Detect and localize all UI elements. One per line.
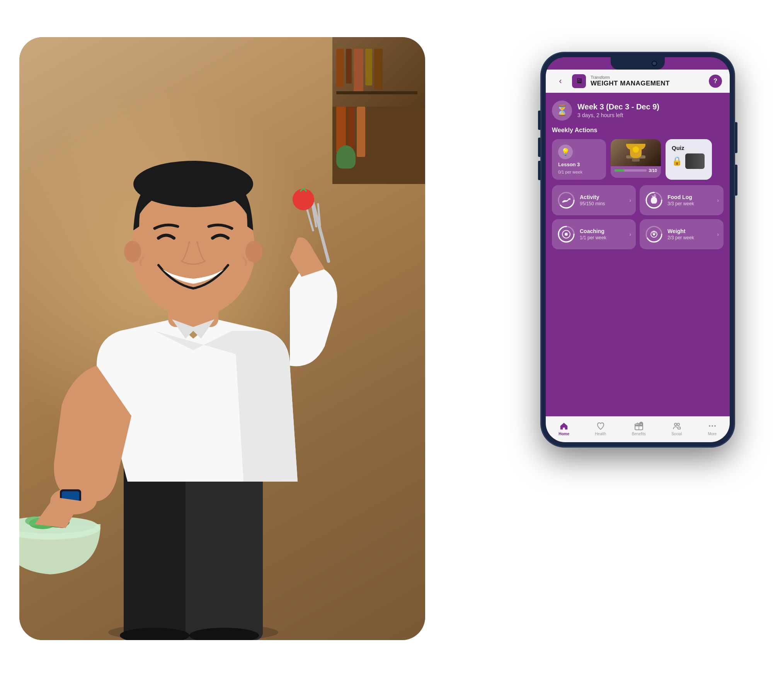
more-icon (708, 421, 717, 431)
phone-notch (611, 57, 665, 70)
svg-point-40 (653, 233, 655, 235)
nav-item-home[interactable]: Home (554, 420, 574, 438)
food-log-tile[interactable]: Food Log 3/3 per week › (640, 185, 724, 215)
svg-point-25 (133, 161, 253, 207)
lesson-count: 0/1 per week (558, 170, 582, 174)
svg-line-16 (313, 203, 329, 261)
activity-info: Activity 95/150 mins (580, 194, 605, 206)
week-subtitle: 3 days, 2 hours left (577, 112, 659, 118)
help-button[interactable]: ? (709, 75, 722, 88)
phone-frame: ‹ 🖥 Transform WEIGHT MANAGEMENT ? (541, 53, 734, 447)
scene: ‹ 🖥 Transform WEIGHT MANAGEMENT ? (19, 22, 754, 679)
nav-item-benefits[interactable]: Benefits (627, 420, 650, 438)
nav-label-benefits: Benefits (632, 432, 646, 436)
lesson-icon: 💡 (558, 145, 573, 159)
nav-label-social: Social (671, 432, 682, 436)
photo-card (19, 37, 425, 640)
svg-point-28 (633, 146, 639, 153)
weight-chevron-icon: › (717, 231, 719, 237)
action-grid: Activity 95/150 mins › (552, 185, 724, 249)
svg-rect-3 (193, 462, 255, 640)
header-subtitle: Transform (591, 75, 704, 80)
svg-line-17 (306, 207, 313, 230)
heart-icon (596, 421, 605, 431)
lesson-card[interactable]: 💡 Lesson 3 0/1 per week (552, 139, 606, 180)
benefits-icon (634, 421, 644, 431)
activity-tile[interactable]: Activity 95/150 mins › (552, 185, 636, 215)
food-log-info: Food Log 3/3 per week (667, 194, 694, 206)
svg-rect-2 (124, 462, 186, 640)
trophy-card[interactable]: 3/10 (611, 139, 661, 178)
trophy-progress: 3/10 (611, 166, 661, 175)
activity-icon (557, 191, 575, 209)
app-body: ⏳ Week 3 (Dec 3 - Dec 9) 3 days, 2 hours… (546, 93, 730, 416)
svg-point-24 (245, 241, 262, 262)
coaching-tile[interactable]: Coaching 1/1 per week › (552, 219, 636, 249)
coaching-icon (557, 225, 575, 243)
svg-point-36 (565, 233, 568, 236)
app-header: ‹ 🖥 Transform WEIGHT MANAGEMENT ? (546, 70, 730, 93)
header-title: WEIGHT MANAGEMENT (591, 80, 704, 87)
svg-point-44 (639, 422, 643, 426)
weight-icon (645, 225, 663, 243)
svg-point-49 (714, 425, 716, 427)
activity-chevron-icon: › (629, 197, 631, 203)
bottom-nav: Home Health (546, 416, 730, 442)
phone-wrapper: ‹ 🖥 Transform WEIGHT MANAGEMENT ? (541, 53, 734, 447)
nav-item-health[interactable]: Health (590, 420, 611, 438)
nav-label-home: Home (558, 432, 569, 436)
app-logo: 🖥 (572, 74, 586, 88)
weekly-actions-label: Weekly Actions (552, 127, 724, 134)
weight-tile[interactable]: Weight 2/3 per week › (640, 219, 724, 249)
quiz-lock-icon: 🔒 (672, 156, 682, 166)
quiz-title: Quiz (672, 145, 684, 151)
lesson-name: Lesson 3 (558, 162, 580, 167)
week-header: ⏳ Week 3 (Dec 3 - Dec 9) 3 days, 2 hours… (552, 100, 724, 121)
coaching-chevron-icon: › (629, 231, 631, 237)
svg-point-48 (712, 425, 713, 427)
trophy-count: 3/10 (649, 168, 657, 173)
food-log-chevron-icon: › (717, 197, 719, 203)
weight-info: Weight 2/3 per week (667, 228, 694, 240)
trophy-image (611, 139, 661, 166)
quiz-thumbnail (685, 153, 705, 169)
svg-point-47 (709, 425, 710, 427)
home-icon (559, 421, 569, 431)
back-button[interactable]: ‹ (553, 74, 567, 88)
svg-point-23 (124, 241, 141, 262)
camera-dot (652, 61, 657, 66)
nav-label-more: More (708, 432, 717, 436)
actions-scroll: 💡 Lesson 3 0/1 per week (552, 139, 724, 180)
svg-point-45 (674, 423, 677, 426)
phone-screen: ‹ 🖥 Transform WEIGHT MANAGEMENT ? (546, 57, 730, 442)
nav-item-social[interactable]: Social (667, 420, 686, 438)
svg-rect-27 (632, 158, 640, 162)
nav-label-health: Health (595, 432, 606, 436)
social-icon (672, 421, 681, 431)
week-title: Week 3 (Dec 3 - Dec 9) (577, 102, 659, 111)
quiz-card[interactable]: Quiz 🔒 (666, 139, 712, 180)
timer-icon: ⏳ (552, 100, 572, 121)
week-info: Week 3 (Dec 3 - Dec 9) 3 days, 2 hours l… (577, 102, 659, 118)
header-text: Transform WEIGHT MANAGEMENT (591, 75, 704, 87)
coaching-info: Coaching 1/1 per week (580, 228, 606, 240)
nav-item-more[interactable]: More (703, 420, 722, 438)
food-log-icon (645, 191, 663, 209)
svg-point-20 (293, 189, 314, 210)
svg-point-46 (677, 423, 679, 426)
